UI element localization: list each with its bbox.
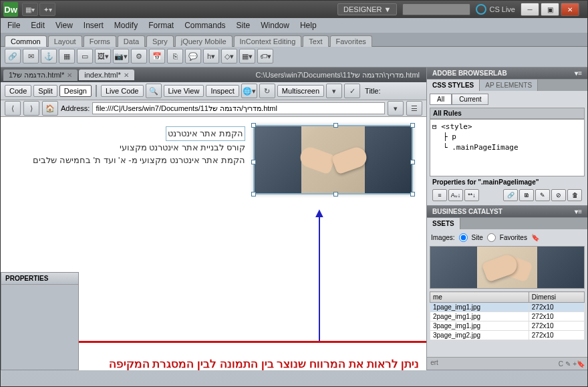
doc-tab-2[interactable]: index.html*✕ — [79, 70, 134, 80]
disable-icon[interactable]: ⊘ — [551, 189, 566, 201]
menu-commands[interactable]: Commands — [184, 21, 225, 30]
forward-icon[interactable]: ⟩ — [23, 101, 39, 116]
close-icon[interactable]: ✕ — [67, 72, 72, 79]
menu-edit[interactable]: Edit — [31, 21, 45, 30]
refresh-assets-icon[interactable]: C — [559, 360, 563, 368]
edit-asset-icon[interactable]: ✎ — [565, 360, 571, 368]
menu-insert[interactable]: Insert — [84, 21, 104, 30]
delete-rule-icon[interactable]: 🗑 — [567, 189, 582, 201]
date-icon[interactable]: 📅 — [149, 49, 165, 63]
properties-panel-header[interactable]: PROPERTIES — [1, 273, 78, 285]
new-rule-icon[interactable]: 🗎 — [519, 189, 534, 201]
media-icon[interactable]: 📷▾ — [113, 49, 129, 63]
options-icon[interactable]: ☰ — [406, 101, 422, 116]
browser-icon[interactable]: 🌐▾ — [241, 84, 257, 98]
address-input[interactable] — [92, 102, 385, 114]
assets-table[interactable]: meDimensi 1page_img1.jpg272x10 2page_img… — [430, 291, 585, 340]
table-icon[interactable]: ▦ — [59, 49, 75, 63]
favorite-asset-icon[interactable]: +🔖 — [573, 360, 585, 368]
css-current-button[interactable]: Current — [452, 94, 488, 105]
side-panel-group: ADOBE BROWSERLAB▾≡ CSS STYLES AP ELEMENT… — [426, 68, 587, 370]
widget-icon[interactable]: ⚙ — [131, 49, 147, 63]
browserlab-panel-header[interactable]: ADOBE BROWSERLAB▾≡ — [427, 68, 587, 79]
search-input[interactable] — [402, 3, 470, 15]
menu-file[interactable]: File — [7, 21, 20, 30]
assets-tab[interactable]: SSETS — [427, 218, 460, 229]
close-button[interactable]: ✕ — [561, 3, 579, 16]
insert-button[interactable]: ert — [430, 359, 439, 368]
close-icon[interactable]: ✕ — [124, 72, 129, 79]
all-rules-header: All Rules — [430, 108, 585, 119]
edit-rule-icon[interactable]: ✎ — [535, 189, 550, 201]
div-icon[interactable]: ▭ — [77, 49, 93, 63]
anchor-icon[interactable]: ⚓ — [41, 49, 57, 63]
extend-menu-icon[interactable]: ✦▾ — [39, 3, 55, 16]
head-icon[interactable]: h▾ — [203, 49, 219, 63]
visual-aids-icon[interactable]: ▾ — [326, 84, 342, 98]
css-rules-tree[interactable]: ⊟ <style> ├ p └ .mainPageIimage — [430, 119, 585, 176]
design-canvas[interactable]: הקמת אתר אינטרנט קורס לבניית אתר אינטרנט… — [1, 117, 426, 370]
menu-modify[interactable]: Modify — [114, 21, 138, 30]
main-page-image[interactable] — [253, 125, 413, 195]
maximize-button[interactable]: ▣ — [541, 3, 559, 16]
tab-text[interactable]: Text — [303, 35, 328, 47]
inspect-button[interactable]: Inspect — [206, 85, 239, 97]
layout-menu-icon[interactable]: ▦▾ — [22, 3, 38, 16]
design-button[interactable]: Design — [59, 85, 92, 97]
go-icon[interactable]: ▾ — [388, 101, 404, 116]
address-bar: ⟨ ⟩ 🏠 Address: ▾ ☰ — [1, 100, 426, 117]
tab-favorites[interactable]: Favorites — [330, 35, 372, 47]
workspace-switcher[interactable]: DESIGNER ▼ — [337, 3, 397, 15]
menu-help[interactable]: Help — [300, 21, 317, 30]
refresh-icon[interactable]: ↻ — [259, 84, 275, 98]
livecode-button[interactable]: Live Code — [101, 85, 144, 97]
back-icon[interactable]: ⟨ — [5, 101, 21, 116]
document-toolbar: Code Split Design Live Code 🔍 Live View … — [1, 82, 426, 100]
menu-site[interactable]: Site — [237, 21, 251, 30]
menu-window[interactable]: Window — [261, 21, 289, 30]
page-text: הקמת אתר אינטרנט קורס לבניית אתר אינטרנט… — [33, 125, 245, 195]
address-label: Address: — [61, 104, 90, 112]
minimize-button[interactable]: ─ — [521, 3, 539, 16]
liveview-button[interactable]: Live View — [164, 85, 204, 97]
split-button[interactable]: Split — [33, 85, 57, 97]
email-icon[interactable]: ✉ — [23, 49, 39, 63]
tag-icon[interactable]: 🏷▾ — [257, 49, 273, 63]
menu-format[interactable]: Format — [148, 21, 174, 30]
script-icon[interactable]: ◇▾ — [221, 49, 237, 63]
favorites-radio[interactable] — [487, 233, 496, 242]
tab-incontext[interactable]: InContext Editing — [234, 35, 302, 47]
templates-icon[interactable]: ▦▾ — [239, 49, 255, 63]
show-list-icon[interactable]: Aᵤ↓ — [448, 189, 463, 201]
ap-elements-tab[interactable]: AP ELEMENTS — [480, 80, 538, 91]
tab-common[interactable]: Common — [5, 35, 47, 47]
show-category-icon[interactable]: ≡ — [432, 189, 447, 201]
menubar: File Edit View Insert Modify Format Comm… — [1, 18, 587, 33]
tab-spry[interactable]: Spry — [146, 35, 174, 47]
inspect-icon[interactable]: 🔍 — [146, 84, 162, 98]
ssi-icon[interactable]: ⎘ — [167, 49, 183, 63]
code-button[interactable]: Code — [5, 85, 31, 97]
properties-for-label: Properties for ".mainPageIimage" — [430, 176, 585, 188]
comment-icon[interactable]: 💬 — [185, 49, 201, 63]
cslive-button[interactable]: CS Live — [476, 4, 515, 15]
tab-data[interactable]: Data — [118, 35, 145, 47]
home-icon[interactable]: 🏠 — [42, 101, 58, 116]
image-icon[interactable]: 🖼▾ — [95, 49, 111, 63]
attach-icon[interactable]: 🔗 — [503, 189, 518, 201]
css-all-button[interactable]: All — [430, 94, 452, 105]
hyperlink-icon[interactable]: 🔗 — [5, 49, 21, 63]
validate-icon[interactable]: ✓ — [344, 84, 360, 98]
tab-layout[interactable]: Layout — [48, 35, 82, 47]
properties-panel[interactable]: PROPERTIES — [1, 272, 79, 370]
tab-jquery[interactable]: jQuery Mobile — [175, 35, 233, 47]
business-catalyst-header[interactable]: BUSINESS CATALYST▾≡ — [427, 206, 587, 217]
site-radio[interactable] — [459, 233, 468, 242]
css-styles-tab[interactable]: CSS STYLES — [427, 80, 480, 91]
menu-view[interactable]: View — [55, 21, 73, 30]
multiscreen-button[interactable]: Multiscreen — [277, 85, 324, 97]
annotation-line — [319, 217, 320, 341]
show-set-icon[interactable]: **↓ — [464, 189, 479, 201]
doc-tab-1[interactable]: הדגמה של1.html*✕ — [3, 70, 78, 81]
tab-forms[interactable]: Forms — [84, 35, 116, 47]
